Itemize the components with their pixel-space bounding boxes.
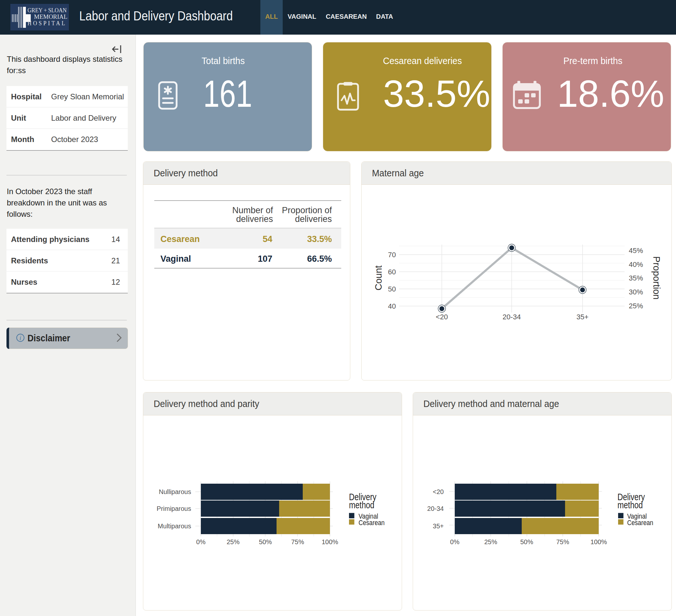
svg-text:40: 40 [388,302,396,310]
svg-text:100%: 100% [590,538,607,546]
svg-text:70: 70 [388,251,396,259]
svg-text:35+: 35+ [433,522,444,529]
svg-text:25%: 25% [484,538,497,546]
svg-text:Proportion: Proportion [652,256,662,299]
svg-text:0%: 0% [450,538,460,546]
svg-text:100%: 100% [322,538,338,546]
svg-text:i: i [19,335,21,341]
svg-text:<20: <20 [433,488,444,495]
svg-text:30%: 30% [629,288,643,296]
svg-text:method: method [349,500,374,510]
svg-text:Nulliparous: Nulliparous [159,488,191,495]
svg-text:20-34: 20-34 [503,313,521,321]
svg-text:Cesarean: Cesarean [359,518,385,526]
svg-text:35%: 35% [629,274,643,282]
svg-text:75%: 75% [291,538,304,546]
svg-text:50: 50 [388,285,396,293]
svg-text:60: 60 [388,268,396,276]
svg-text:<20: <20 [436,313,448,321]
svg-text:50%: 50% [259,538,272,546]
svg-text:Primiparous: Primiparous [157,505,191,512]
svg-text:35+: 35+ [576,313,588,321]
svg-text:Multiparous: Multiparous [158,522,191,529]
svg-text:75%: 75% [556,538,569,546]
svg-text:Count: Count [373,265,384,290]
svg-text:Cesarean: Cesarean [627,518,653,526]
svg-text:20-34: 20-34 [427,505,444,512]
svg-text:25%: 25% [227,538,240,546]
svg-text:50%: 50% [520,538,533,546]
svg-text:method: method [617,500,643,510]
svg-text:0%: 0% [196,538,206,546]
svg-text:45%: 45% [629,246,643,255]
svg-text:40%: 40% [629,261,643,269]
svg-text:25%: 25% [629,302,643,310]
